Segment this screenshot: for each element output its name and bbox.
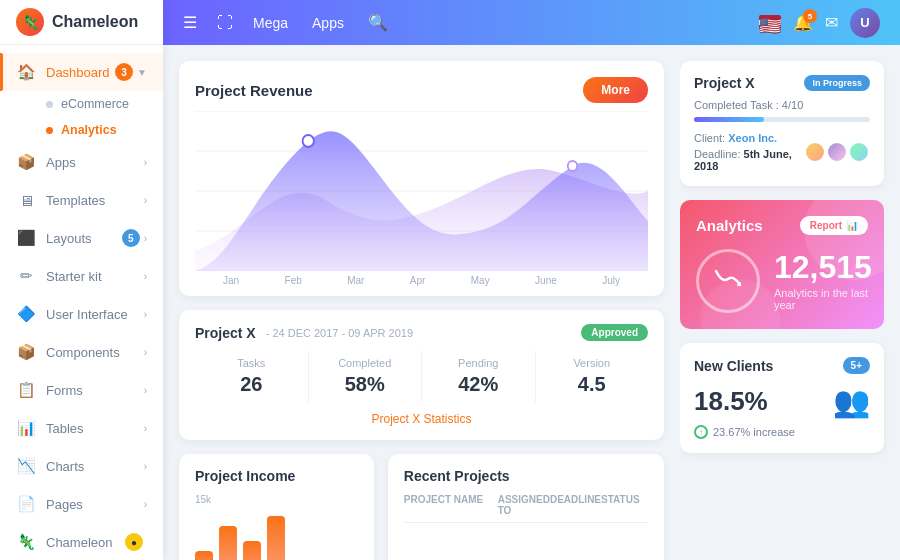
report-label: Report [810,220,842,231]
sidebar-item-layouts[interactable]: ⬛ Layouts 5 › [0,219,163,257]
language-flag[interactable]: 🇺🇸 [759,15,781,30]
progress-fill [694,117,764,122]
clients-card-header: New Clients 5+ [694,357,870,374]
recent-projects-card: Recent Projects PROJECT NAME ASSIGNED TO… [388,454,664,560]
sidebar-item-starter[interactable]: ✏ Starter kit › [0,257,163,295]
x-apr: Apr [410,275,426,286]
topbar-right: 🇺🇸 🔔 5 ✉ U [759,8,880,38]
project-revenue-card: Project Revenue More 200k 150k 100k 50k … [179,61,664,296]
more-button[interactable]: More [583,77,648,103]
chart-plot-area: Jan Feb Mar Apr May June July [195,111,648,286]
tables-chevron: › [144,423,147,434]
starter-icon: ✏ [16,266,36,286]
px-card-header: Project X In Progress [694,75,870,91]
report-icon: 📊 [846,220,858,231]
sidebar: 🦎 Chameleon 🏠 Dashboard 3 ▼ eCommerce An… [0,0,163,560]
project-stats-link[interactable]: Project X Statistics [195,412,648,426]
project-x-right-card: Project X In Progress Completed Task : 4… [680,61,884,186]
pages-chevron: › [144,499,147,510]
dashboard-subnav: eCommerce Analytics [0,91,163,143]
sidebar-item-chameleon[interactable]: 🦎 Chameleon ● [0,523,163,560]
tasks-label: Tasks [203,357,300,369]
avatar-1 [804,141,826,163]
sidebar-item-templates[interactable]: 🖥 Templates › [0,181,163,219]
sidebar-item-components[interactable]: 📦 Components › [0,333,163,371]
chart-container: 200k 150k 100k 50k 0k [195,111,648,286]
px-task-label: Completed Task : 4/10 [694,99,870,111]
forms-icon: 📋 [16,380,36,400]
sidebar-label-layouts: Layouts [46,231,122,246]
pages-icon: 📄 [16,494,36,514]
svg-point-6 [568,161,577,171]
hamburger-icon[interactable]: ☰ [183,13,197,32]
ui-icon: 🔷 [16,304,36,324]
main-area: ☰ ⛶ Mega Apps 🔍 🇺🇸 🔔 5 ✉ U Project Reven… [163,0,900,560]
analytics-numbers: 12,515 Analytics in the last year [774,251,872,311]
pending-value: 42% [430,373,527,396]
x-may: May [471,275,490,286]
px-card-title: Project X [694,75,755,91]
analytics-sub: Analytics in the last year [774,287,872,311]
mail-icon[interactable]: ✉ [825,13,838,32]
client-avatars [804,141,870,163]
chart-title: Project Revenue [195,82,313,99]
sidebar-item-charts[interactable]: 📉 Charts › [0,447,163,485]
pending-label: Pending [430,357,527,369]
content-right: Project X In Progress Completed Task : 4… [680,45,900,560]
sidebar-item-apps[interactable]: 📦 Apps › [0,143,163,181]
content-left: Project Revenue More 200k 150k 100k 50k … [163,45,680,560]
clients-body: 18.5% 👥 [694,384,870,419]
approved-badge: Approved [581,324,648,341]
expand-icon[interactable]: ⛶ [217,14,233,32]
search-icon[interactable]: 🔍 [368,13,388,32]
x-july: July [602,275,620,286]
income-bar-3 [243,541,261,560]
chart-x-labels: Jan Feb Mar Apr May June July [195,271,648,286]
sidebar-label-templates: Templates [46,193,144,208]
subnav-analytics[interactable]: Analytics [46,117,163,143]
sidebar-item-forms[interactable]: 📋 Forms › [0,371,163,409]
income-title: Project Income [195,468,358,484]
avatar-3 [848,141,870,163]
dashboard-chevron: ▼ [137,67,147,78]
clients-value: 18.5% [694,386,768,417]
clients-badge: 5+ [843,357,870,374]
stat-pending: Pending 42% [422,351,536,402]
ecommerce-dot [46,101,53,108]
version-label: Version [544,357,641,369]
revenue-chart-svg [195,111,648,271]
charts-chevron: › [144,461,147,472]
sidebar-label-apps: Apps [46,155,144,170]
layouts-chevron: › [144,233,147,244]
brand-logo[interactable]: 🦎 Chameleon [0,0,163,45]
stat-version: Version 4.5 [536,351,649,402]
recent-table-header: PROJECT NAME ASSIGNED TO DEADLINE STATUS [404,494,648,523]
px-client-label: Client: Xeon Inc. [694,132,804,144]
topbar-mega[interactable]: Mega [253,15,288,31]
ecommerce-label: eCommerce [61,97,129,111]
sidebar-label-ui: User Interface [46,307,144,322]
sidebar-label-components: Components [46,345,144,360]
user-avatar[interactable]: U [850,8,880,38]
col-assigned-to: ASSIGNED TO [498,494,550,516]
income-bar-2 [219,526,237,560]
brand-name: Chameleon [52,13,138,31]
sidebar-item-ui[interactable]: 🔷 User Interface › [0,295,163,333]
chart-header: Project Revenue More [195,77,648,103]
subnav-ecommerce[interactable]: eCommerce [46,91,163,117]
sidebar-item-tables[interactable]: 📊 Tables › [0,409,163,447]
sidebar-label-pages: Pages [46,497,144,512]
topbar-apps[interactable]: Apps [312,15,344,31]
analytics-dot [46,127,53,134]
sidebar-item-pages[interactable]: 📄 Pages › [0,485,163,523]
starter-chevron: › [144,271,147,282]
project-income-card: Project Income 15k [179,454,374,560]
charts-icon: 📉 [16,456,36,476]
apps-chevron: › [144,157,147,168]
in-progress-badge: In Progress [804,75,870,91]
x-jan: Jan [223,275,239,286]
report-button[interactable]: Report 📊 [800,216,868,235]
sidebar-item-dashboard[interactable]: 🏠 Dashboard 3 ▼ [0,53,163,91]
x-mar: Mar [347,275,364,286]
notifications-bell[interactable]: 🔔 5 [793,13,813,32]
